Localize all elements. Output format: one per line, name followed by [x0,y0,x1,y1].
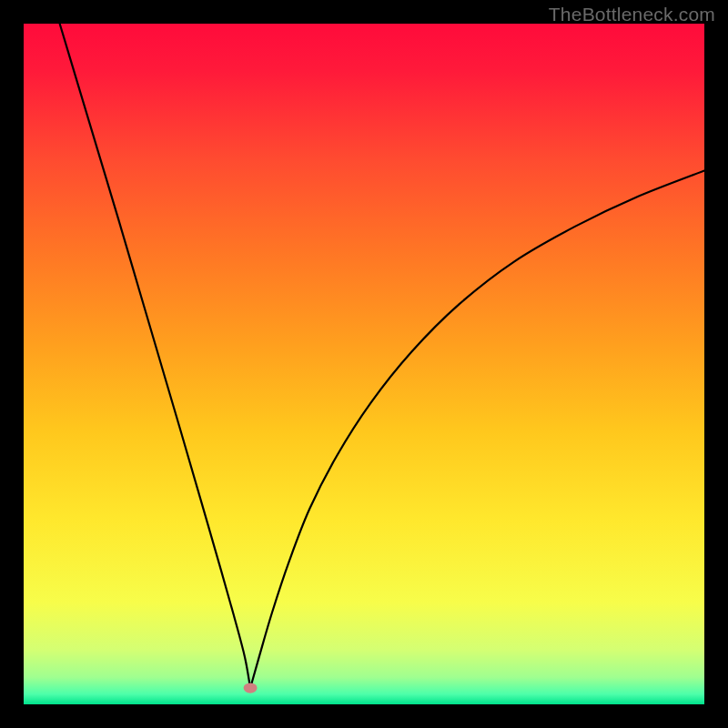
plot-area [24,24,704,704]
watermark-text: TheBottleneck.com [549,4,715,25]
chart-stage: TheBottleneck.com [0,0,728,728]
minimum-marker-dot [244,682,258,693]
chart-svg [0,0,728,728]
